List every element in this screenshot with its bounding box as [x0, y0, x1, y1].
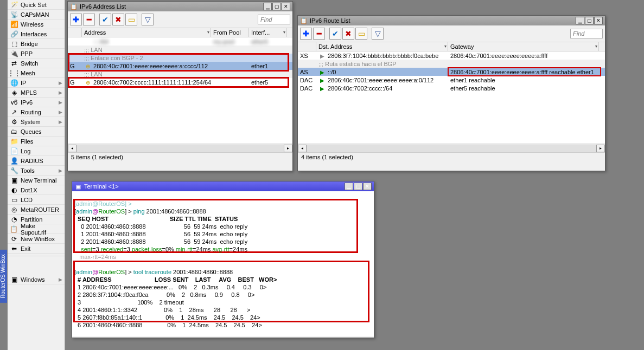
menu-icon: ▭: [10, 196, 18, 204]
sidebar-item-label: IP: [21, 80, 26, 86]
address-row[interactable]: G⊕ 2806:40c:7002:cccc:1111:1111:1111:254…: [68, 78, 292, 86]
comment-button[interactable]: ▭: [125, 14, 137, 25]
sidebar-item-windows[interactable]: ▣ Windows ▶: [8, 275, 65, 284]
column-from-pool[interactable]: From Pool: [211, 28, 249, 37]
filter-button[interactable]: ▽: [372, 28, 384, 40]
enable-button[interactable]: ✔: [329, 28, 341, 40]
sidebar-item-mesh[interactable]: ⋮⋮Mesh: [8, 68, 65, 78]
scroll-track[interactable]: [76, 145, 284, 152]
horizontal-scrollbar[interactable]: ◂ ▸: [298, 144, 605, 152]
minimize-button[interactable]: ▁: [263, 3, 272, 10]
find-input[interactable]: [570, 29, 603, 38]
comment-button[interactable]: ▭: [355, 28, 367, 40]
route-row[interactable]: XS▶ 2806:3f7:1004:bbbb:bbbb:bbbb:f0ca:be…: [298, 51, 605, 60]
status-bar: 5 items (1 selected): [68, 152, 292, 162]
close-button[interactable]: ✕: [594, 17, 603, 24]
column-flag[interactable]: [68, 28, 82, 37]
sidebar-item-ppp[interactable]: 🔌PPP: [8, 49, 65, 59]
minimize-button[interactable]: ▁: [345, 183, 353, 190]
scroll-left-icon[interactable]: ◂: [298, 145, 307, 152]
address-table-body: ::::/64my-poolether5;;; LAN;;; Enlace co…: [68, 37, 292, 144]
route-row[interactable]: ;;; Ruta estatica hacia el BGP: [298, 60, 605, 68]
sidebar-item-label: Queues: [21, 128, 42, 135]
sidebar-item-log[interactable]: 📄Log: [8, 146, 65, 156]
address-row[interactable]: G⊕ 2806:40c:7001:eeee:eeee:eeee:a:cccc/1…: [68, 62, 292, 70]
terminal-output[interactable]: [admin@RouterOS] > [admin@RouterOS] > pi…: [72, 191, 374, 336]
address-row[interactable]: ;;; LAN: [68, 70, 292, 78]
address-row[interactable]: ::::/64my-poolether5: [68, 37, 292, 46]
sidebar-item-quick-set[interactable]: 🪄Quick Set: [8, 0, 65, 10]
scroll-left-icon[interactable]: ◂: [68, 145, 76, 152]
titlebar[interactable]: ▣ Terminal <1> ▁ ▢ ✕: [72, 182, 374, 191]
sidebar-item-queues[interactable]: 🗂Queues: [8, 127, 65, 137]
sidebar-item-capsman[interactable]: 📡CAPsMAN: [8, 10, 65, 20]
sidebar-item-label: RADIUS: [21, 158, 43, 164]
column-address[interactable]: Address▾: [82, 28, 211, 37]
menu-icon: ⬅: [10, 244, 18, 253]
disable-button[interactable]: ✖: [112, 14, 124, 25]
sidebar-item-radius[interactable]: 👤RADIUS: [8, 156, 65, 166]
minimize-button[interactable]: ▁: [576, 17, 584, 24]
sidebar-item-lcd[interactable]: ▭LCD: [8, 195, 65, 205]
window-icon: ▣: [10, 275, 18, 284]
maximize-button[interactable]: ▢: [272, 3, 281, 10]
route-table-body: XS▶ 2806:3f7:1004:bbbb:bbbb:bbbb:f0ca:be…: [298, 51, 605, 144]
scroll-right-icon[interactable]: ▸: [596, 145, 605, 152]
titlebar[interactable]: 📋 IPv6 Address List ▁ ▢ ✕: [68, 2, 292, 11]
column-flag[interactable]: [298, 42, 316, 51]
sidebar-item-new-winbox[interactable]: ⟳New WinBox: [8, 234, 65, 244]
find-input[interactable]: [258, 15, 290, 24]
sidebar-item-switch[interactable]: ⇄Switch: [8, 59, 65, 68]
add-button[interactable]: ✚: [300, 28, 312, 40]
close-button[interactable]: ✕: [282, 3, 290, 10]
sidebar-item-make-supout-rif[interactable]: 📋Make Supout.rif: [8, 224, 65, 234]
sidebar-item-ipv6[interactable]: v6IPv6▶: [8, 98, 65, 107]
sidebar-item-files[interactable]: 📁Files: [8, 137, 65, 146]
address-row[interactable]: ;;; LAN: [68, 46, 292, 54]
sidebar-item-wireless[interactable]: 📶Wireless: [8, 20, 65, 29]
enable-button[interactable]: ✔: [99, 14, 111, 25]
sidebar-item-label: Windows: [21, 276, 45, 283]
sidebar-item-interfaces[interactable]: 🔗Interfaces: [8, 29, 65, 39]
maximize-button[interactable]: ▢: [585, 17, 594, 24]
filter-button[interactable]: ▽: [142, 14, 154, 25]
menu-icon: 🔗: [10, 30, 18, 38]
sidebar-item-label: Log: [21, 148, 30, 154]
address-row[interactable]: [68, 86, 292, 94]
sidebar-item-system[interactable]: ⚙System▶: [8, 117, 65, 127]
menu-icon: 👤: [10, 157, 18, 165]
column-interface[interactable]: Interf...▾: [249, 28, 287, 37]
maximize-button[interactable]: ▢: [354, 183, 362, 190]
sidebar-item-routing[interactable]: ↗Routing▶: [8, 107, 65, 117]
column-dst-address[interactable]: Dst. Address▾: [316, 42, 448, 51]
sidebar-item-metarouter[interactable]: ◎MetaROUTER: [8, 205, 65, 215]
remove-button[interactable]: ━: [313, 28, 325, 40]
menu-icon: v6: [10, 98, 18, 107]
remove-button[interactable]: ━: [83, 14, 95, 25]
sidebar-item-new-terminal[interactable]: ▣New Terminal: [8, 176, 65, 185]
route-row[interactable]: DAC▶ 2806:40c:7002:cccc::/64ether5 reach…: [298, 84, 605, 92]
disable-button[interactable]: ✖: [342, 28, 354, 40]
add-button[interactable]: ✚: [70, 14, 82, 25]
sidebar-item-label: Files: [21, 138, 33, 145]
sidebar-item-ip[interactable]: 🌐IP▶: [8, 78, 65, 88]
sidebar-item-bridge[interactable]: ⬚Bridge: [8, 39, 65, 49]
sidebar-item-tools[interactable]: 🔧Tools▶: [8, 166, 65, 176]
horizontal-scrollbar[interactable]: ◂ ▸: [68, 144, 292, 152]
sidebar-item-exit[interactable]: ⬅Exit: [8, 244, 65, 254]
sidebar-item-label: Quick Set: [21, 2, 47, 8]
address-row[interactable]: ;;; Enlace con BGP - 2: [68, 54, 292, 62]
column-gateway[interactable]: Gateway▾: [448, 42, 599, 51]
window-title: IPv6 Route List: [310, 17, 575, 24]
route-row[interactable]: AS▶ ::/02806:40c:7001:eeee:eeee:eeee:a:f…: [298, 68, 605, 76]
route-row[interactable]: DAC▶ 2806:40c:7001:eeee:eeee:eeee:a:0/11…: [298, 76, 605, 84]
chevron-right-icon: ▶: [59, 90, 62, 95]
close-button[interactable]: ✕: [363, 183, 372, 190]
scroll-right-icon[interactable]: ▸: [284, 145, 292, 152]
chevron-right-icon: ▶: [59, 109, 62, 115]
scroll-track[interactable]: [307, 145, 596, 152]
titlebar[interactable]: 📋 IPv6 Route List ▁ ▢ ✕: [298, 16, 605, 25]
sidebar-item-label: Mesh: [21, 70, 35, 76]
sidebar-item-mpls[interactable]: ◈MPLS▶: [8, 88, 65, 98]
sidebar-item-dot1x[interactable]: ◐Dot1X: [8, 185, 65, 195]
